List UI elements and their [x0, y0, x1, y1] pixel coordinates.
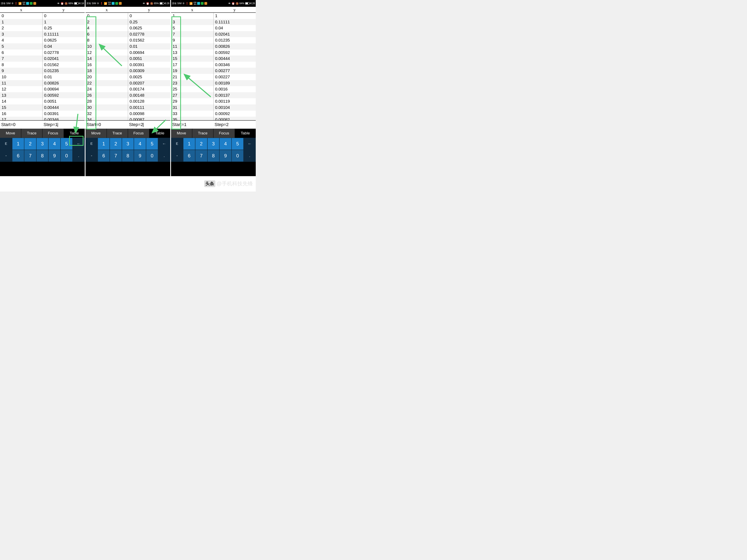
cell-x: 18 [85, 68, 128, 74]
tab-focus[interactable]: Focus [128, 129, 150, 138]
numeric-keypad: E12345←-67890. [0, 138, 85, 162]
key-2[interactable]: 2 [24, 138, 36, 150]
tab-trace[interactable]: Trace [21, 129, 43, 138]
cell-x: 4 [85, 25, 128, 31]
battery-icon [245, 2, 250, 5]
key-3[interactable]: 3 [122, 138, 134, 150]
step-value[interactable]: Step=2 [213, 122, 256, 127]
table-body[interactable]: 001120.2530.1111140.062550.0460.0277870.… [0, 13, 85, 120]
cell-x: 1 [171, 13, 213, 19]
key-E[interactable]: E [0, 138, 12, 150]
key-4[interactable]: 4 [134, 138, 146, 150]
tab-table[interactable]: Table [150, 129, 171, 138]
mute-icon: 🔕 [235, 2, 239, 5]
cell-x: 1 [0, 19, 43, 25]
start-step-bar: Start=1Step=2 [171, 120, 256, 129]
key-1[interactable]: 1 [98, 138, 110, 150]
keypad-footer [0, 162, 85, 176]
start-value[interactable]: Start=1 [171, 122, 213, 127]
key-3[interactable]: 3 [36, 138, 49, 150]
key-8[interactable]: 8 [36, 150, 49, 162]
cell-x: 19 [171, 68, 213, 74]
tab-trace[interactable]: Trace [107, 129, 128, 138]
table-body[interactable]: 1130.1111150.0470.0204190.01235110.00826… [171, 13, 256, 120]
step-value[interactable]: Step=2 [128, 122, 170, 127]
tab-move[interactable]: Move [0, 129, 21, 138]
key-2[interactable]: 2 [195, 138, 207, 150]
table-body[interactable]: 0020.2540.062560.0277880.01562100.01120.… [85, 13, 170, 120]
tab-trace[interactable]: Trace [192, 129, 214, 138]
app-icon-3 [33, 2, 36, 5]
mode-tabs: MoveTraceFocusTable [85, 129, 170, 138]
tab-move[interactable]: Move [171, 129, 192, 138]
key-7[interactable]: 7 [195, 150, 207, 162]
cell-x: 26 [85, 92, 128, 99]
screen-1: 没有 SIM 卡❗📶533B/s👁⏰🔕65%6:26xy0020.2540.06… [85, 0, 170, 191]
alarm-icon: ⏰ [232, 2, 235, 5]
keypad-footer [85, 162, 170, 176]
cell-x: 15 [171, 55, 213, 62]
key--[interactable]: - [171, 150, 183, 162]
key-8[interactable]: 8 [207, 150, 220, 162]
key-.[interactable]: . [158, 150, 170, 162]
key-6[interactable]: 6 [98, 150, 110, 162]
key-7[interactable]: 7 [110, 150, 122, 162]
key-9[interactable]: 9 [48, 150, 60, 162]
key-5[interactable]: 5 [146, 138, 158, 150]
tab-table[interactable]: Table [235, 129, 256, 138]
key--[interactable]: - [85, 150, 98, 162]
key-8[interactable]: 8 [122, 150, 134, 162]
key-←[interactable]: ← [243, 138, 256, 150]
sim-warning-icon: ❗ [185, 2, 188, 5]
key-E[interactable]: E [171, 138, 183, 150]
key-1[interactable]: 1 [12, 138, 24, 150]
step-value[interactable]: Step=1 [42, 122, 85, 127]
key-0[interactable]: 0 [60, 150, 73, 162]
cell-y: 0.04 [43, 43, 85, 50]
key-3[interactable]: 3 [207, 138, 220, 150]
key-0[interactable]: 0 [232, 150, 244, 162]
key-5[interactable]: 5 [232, 138, 244, 150]
app-icon-1 [26, 2, 29, 5]
header-x: x [0, 7, 42, 12]
key-1[interactable]: 1 [183, 138, 196, 150]
start-value[interactable]: Start=0 [85, 122, 128, 127]
key-4[interactable]: 4 [48, 138, 60, 150]
cell-y: 0.00174 [128, 86, 171, 92]
start-step-bar: Start=0Step=1 [0, 120, 85, 129]
key-9[interactable]: 9 [220, 150, 232, 162]
cell-y: 0.02041 [43, 55, 85, 62]
key-.[interactable]: . [73, 150, 85, 162]
cell-y: 0.00346 [43, 117, 85, 120]
key-4[interactable]: 4 [220, 138, 232, 150]
header-y: y [128, 7, 170, 12]
key-9[interactable]: 9 [134, 150, 146, 162]
key-6[interactable]: 6 [12, 150, 24, 162]
key--[interactable]: - [0, 150, 12, 162]
tab-focus[interactable]: Focus [43, 129, 64, 138]
eye-icon: 👁 [57, 2, 60, 5]
cell-x: 17 [171, 62, 213, 68]
key-5[interactable]: 5 [60, 138, 73, 150]
key-2[interactable]: 2 [110, 138, 122, 150]
mute-icon: 🔕 [65, 2, 68, 5]
key-E[interactable]: E [85, 138, 98, 150]
cell-y: 0 [43, 13, 85, 19]
cell-y: 0.00092 [213, 111, 256, 117]
key-.[interactable]: . [243, 150, 256, 162]
key-6[interactable]: 6 [183, 150, 196, 162]
tab-focus[interactable]: Focus [213, 129, 235, 138]
key-←[interactable]: ← [158, 138, 170, 150]
sim-warning-icon: ❗ [15, 2, 18, 5]
start-value[interactable]: Start=0 [0, 122, 42, 127]
key-7[interactable]: 7 [24, 150, 36, 162]
cell-x: 12 [85, 50, 128, 56]
cell-x: 22 [85, 80, 128, 86]
cell-y: 0.01562 [43, 62, 85, 68]
key-0[interactable]: 0 [146, 150, 158, 162]
tab-table[interactable]: Table [64, 129, 85, 138]
tab-move[interactable]: Move [85, 129, 107, 138]
cell-x: 5 [171, 25, 213, 31]
key-←[interactable]: ← [73, 138, 85, 150]
cell-y: 0.0016 [213, 86, 256, 92]
